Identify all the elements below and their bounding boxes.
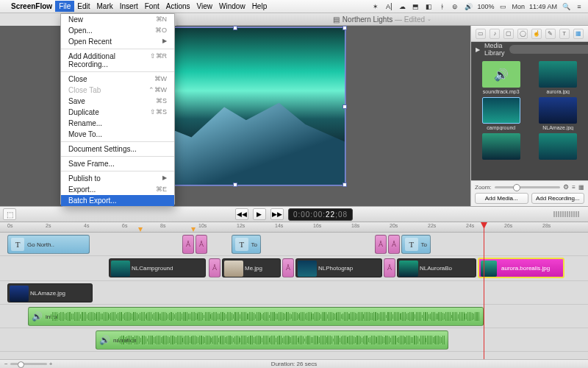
clip-img[interactable]: NLAmaze.jpg bbox=[7, 283, 93, 302]
menu-insert[interactable]: Insert bbox=[120, 2, 138, 10]
library-item[interactable] bbox=[476, 133, 527, 161]
tab-audio-icon[interactable]: ♪ bbox=[490, 29, 500, 39]
menu-actions[interactable]: Actions bbox=[166, 2, 190, 10]
volume-icon[interactable]: 🔊 bbox=[464, 3, 473, 10]
timeline-zoom-slider[interactable] bbox=[10, 363, 47, 365]
bluetooth-icon[interactable]: ᚼ bbox=[437, 3, 446, 10]
clip-action[interactable]: Å bbox=[375, 235, 387, 254]
tab-screen-icon[interactable]: ▢ bbox=[503, 29, 514, 39]
menu-help[interactable]: Help bbox=[252, 2, 268, 10]
add-recording-button[interactable]: Add Recording... bbox=[531, 193, 585, 204]
clip-audio[interactable]: 🔊narration bbox=[96, 330, 448, 350]
clip-img[interactable]: NLAuroraBo bbox=[397, 258, 476, 277]
track-row[interactable]: 🔊intro bbox=[0, 305, 588, 328]
menu-item-open-recent[interactable]: Open Recent▶ bbox=[61, 36, 174, 47]
library-item[interactable]: aurora.jpg bbox=[533, 61, 584, 94]
app-name[interactable]: ScreenFlow bbox=[11, 2, 52, 10]
clip-action[interactable]: Å bbox=[182, 235, 194, 254]
menu-item-move-to-[interactable]: Move To... bbox=[61, 129, 174, 140]
tab-text-icon[interactable]: T bbox=[559, 29, 570, 39]
clip-action[interactable]: Å bbox=[388, 235, 400, 254]
timeline-overview[interactable] bbox=[553, 211, 579, 217]
menu-window[interactable]: Window bbox=[219, 2, 245, 10]
clip-text[interactable]: TTo bbox=[401, 235, 431, 254]
menu-mark[interactable]: Mark bbox=[97, 2, 113, 10]
track-row[interactable]: TGo North..ÅÅTToÅÅTTo bbox=[0, 233, 588, 256]
menu-item-save[interactable]: Save⌘S bbox=[61, 96, 174, 107]
crop-tool-icon[interactable]: ⬚ bbox=[3, 208, 16, 220]
track-row[interactable]: 🔊narration bbox=[0, 328, 588, 352]
menu-font[interactable]: Font bbox=[145, 2, 159, 10]
clip-text[interactable]: TTo bbox=[232, 235, 261, 254]
library-item[interactable] bbox=[533, 133, 584, 161]
menu-item-open-[interactable]: Open...⌘O bbox=[61, 25, 174, 36]
play-button[interactable]: ▶ bbox=[253, 208, 266, 220]
clip-img[interactable]: Me.jpg bbox=[222, 258, 281, 277]
timeline-ruler[interactable]: 0s2s4s6s8s10s12s14s16s18s20s22s24s26s28s bbox=[0, 222, 588, 233]
library-item[interactable]: NLAmaze.jpg bbox=[533, 97, 584, 130]
menu-item-publish-to[interactable]: Publish to▶ bbox=[61, 173, 174, 184]
timecode-display[interactable]: 0:00:00:22;08 bbox=[288, 208, 353, 221]
menu-item-duplicate[interactable]: Duplicate⇧⌘S bbox=[61, 107, 174, 118]
tab-callout-icon[interactable]: ◯ bbox=[517, 29, 528, 39]
menu-item-rename-[interactable]: Rename... bbox=[61, 118, 174, 129]
clip-sel[interactable]: aurora.borealis.jpg bbox=[478, 258, 564, 278]
menu-item-document-settings-[interactable]: Document Settings... bbox=[61, 144, 174, 155]
track-row[interactable]: NLCampgroundÅMe.jpgÅNLPhotograpÅNLAurora… bbox=[0, 256, 588, 281]
timeline-marker[interactable] bbox=[191, 227, 196, 232]
menu-edit[interactable]: Edit bbox=[77, 2, 90, 10]
menu-file[interactable]: File bbox=[55, 1, 74, 12]
resize-handle[interactable] bbox=[233, 183, 237, 187]
tab-annotations-icon[interactable]: ✎ bbox=[545, 29, 556, 39]
menu-item-add-additional-recording-[interactable]: Add Additional Recording...⇧⌘R bbox=[61, 51, 174, 70]
prev-button[interactable]: ◀◀ bbox=[235, 208, 248, 220]
clip-action[interactable]: Å bbox=[196, 235, 207, 254]
battery-icon[interactable]: ▭ bbox=[498, 3, 507, 10]
next-button[interactable]: ▶▶ bbox=[270, 208, 284, 220]
adobe-icon[interactable]: Aǀ bbox=[384, 3, 393, 10]
menu-item-batch-export-[interactable]: Batch Export... bbox=[61, 195, 174, 206]
playhead[interactable] bbox=[484, 222, 484, 359]
cloud-icon[interactable]: ☁ bbox=[398, 3, 406, 10]
library-gear-icon[interactable]: ⚙ bbox=[563, 183, 569, 191]
menu-view[interactable]: View bbox=[197, 2, 213, 10]
resize-handle[interactable] bbox=[343, 26, 347, 30]
timeline-marker[interactable] bbox=[138, 227, 143, 232]
clip-img[interactable]: NLPhotograp bbox=[295, 258, 382, 277]
tab-video-icon[interactable]: ▭ bbox=[476, 29, 486, 39]
zoom-in-icon[interactable]: + bbox=[49, 361, 53, 367]
doc-chevron-icon[interactable]: ⌄ bbox=[427, 16, 431, 22]
clip-action[interactable]: Å bbox=[282, 258, 294, 277]
library-view-grid-icon[interactable]: ▦ bbox=[578, 184, 584, 191]
menu-item-new[interactable]: New⌘N bbox=[61, 14, 174, 25]
notifications-icon[interactable]: ≡ bbox=[575, 3, 584, 10]
clip-audio[interactable]: 🔊intro bbox=[28, 307, 484, 326]
library-view-list-icon[interactable]: ≡ bbox=[572, 184, 576, 191]
menu-item-export-[interactable]: Export...⌘E bbox=[61, 184, 174, 195]
wifi-icon[interactable]: ⊚ bbox=[451, 3, 459, 10]
resize-handle[interactable] bbox=[343, 105, 347, 109]
library-item[interactable]: 🔊soundtrack.mp3 bbox=[476, 61, 527, 94]
resize-handle[interactable] bbox=[343, 183, 347, 187]
menu-item-save-frame-[interactable]: Save Frame... bbox=[61, 158, 174, 169]
tab-touch-icon[interactable]: ☝ bbox=[531, 29, 542, 39]
zoom-out-icon[interactable]: − bbox=[4, 361, 8, 367]
library-play-icon[interactable]: ▶ bbox=[476, 46, 480, 53]
add-media-button[interactable]: Add Media... bbox=[475, 193, 528, 204]
evernote-icon[interactable]: ✶ bbox=[371, 3, 380, 10]
clip-text[interactable]: TGo North.. bbox=[7, 235, 90, 254]
spotlight-icon[interactable]: 🔍 bbox=[562, 3, 570, 10]
dropbox-icon[interactable]: ⬒ bbox=[411, 3, 420, 10]
menu-item-close[interactable]: Close⌘W bbox=[61, 74, 174, 85]
clip-img[interactable]: NLCampground bbox=[109, 258, 206, 277]
resize-handle[interactable] bbox=[233, 26, 237, 30]
tab-media-library-icon[interactable]: ▦ bbox=[573, 29, 584, 39]
screenshot-icon[interactable]: ◧ bbox=[424, 3, 433, 10]
library-zoom-slider[interactable] bbox=[495, 186, 561, 188]
clip-action[interactable]: Å bbox=[209, 258, 220, 277]
clip-action[interactable]: Å bbox=[384, 258, 395, 277]
track-row[interactable]: NLAmaze.jpg bbox=[0, 281, 588, 305]
ruler-tick: 0s bbox=[7, 223, 12, 228]
library-search-input[interactable] bbox=[509, 45, 588, 54]
library-item[interactable]: campground bbox=[476, 97, 527, 130]
